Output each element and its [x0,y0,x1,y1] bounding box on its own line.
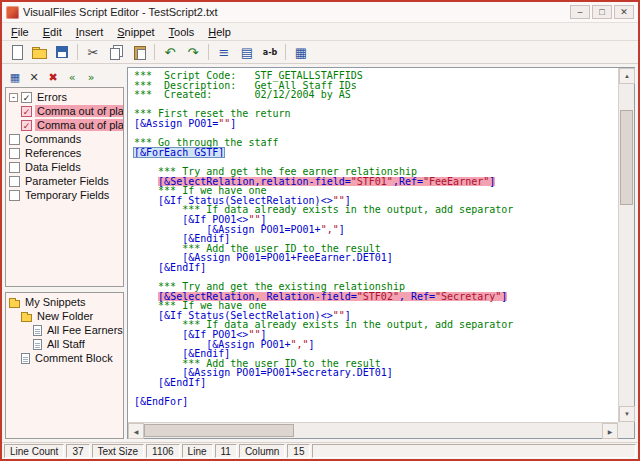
paste-button[interactable] [128,42,150,62]
cut-icon: ✂ [88,46,99,59]
options-icon: ▦ [295,46,307,59]
menu-insert[interactable]: Insert [69,24,111,40]
scroll-up-button[interactable]: ▲ [619,68,635,84]
redo-button[interactable]: ↷ [182,42,204,62]
delete-button[interactable]: ✕ [25,69,43,86]
tree-item-label: Comma out of place [35,105,123,117]
undo-icon: ↶ [165,46,176,59]
toolbar-separator [285,44,286,60]
horizontal-scrollbar[interactable]: ◀ ▶ [128,422,618,438]
expander-icon[interactable]: - [9,93,18,102]
error-toolbar: ▦✕✖«» [5,67,124,87]
uncheck-icon [9,162,20,173]
scrollbar-corner [618,422,634,438]
tree-item-comment-block[interactable]: Comment Block [6,351,123,365]
tree-item-label: Temporary Fields [23,189,111,201]
menu-edit[interactable]: Edit [36,24,69,40]
uncheck-icon [9,148,20,159]
tree-item-new-folder[interactable]: New Folder [6,309,123,323]
code-line[interactable] [134,388,618,398]
tree-item-parameter-fields[interactable]: Parameter Fields [6,174,123,188]
menu-file[interactable]: File [4,24,36,40]
tree-item-data-fields[interactable]: Data Fields [6,160,123,174]
toolbar-separator [154,44,155,60]
page-icon [33,325,42,336]
app-window: VisualFiles Script Editor - TestScript2.… [0,0,640,461]
vertical-scrollbar[interactable]: ▲ ▼ [618,68,634,422]
maximize-button[interactable]: □ [592,5,612,19]
open-icon [31,44,47,60]
save-icon [54,44,70,60]
tree-item-errors[interactable]: -✓Errors [6,90,123,104]
cut-button[interactable]: ✂ [82,42,104,62]
uncheck-icon [9,190,20,201]
find-replace-button[interactable]: a-b [259,42,281,62]
save-button[interactable] [51,42,73,62]
tree-item-temporary-fields[interactable]: Temporary Fields [6,188,123,202]
scroll-right-button[interactable]: ▶ [602,423,618,439]
tree-item-comma-out-of-place[interactable]: ✓Comma out of place [6,118,123,132]
open-button[interactable] [28,42,50,62]
minimize-button[interactable]: – [570,5,590,19]
paste-icon [131,44,147,60]
code-line[interactable]: [&Assign PO01=""] [134,119,618,129]
new-script-button[interactable] [5,42,27,62]
options-button[interactable]: ▦ [290,42,312,62]
snippets-panel: My SnippetsNew FolderAll Fee EarnersAll … [5,292,124,439]
undo-button[interactable]: ↶ [159,42,181,62]
check-script-icon: ▦ [10,72,20,83]
menu-tools[interactable]: Tools [162,24,202,40]
code-line[interactable]: [&Assign PO01=PO01+FeeEarner.DET01] [134,253,618,263]
menu-snippet[interactable]: Snippet [110,24,161,40]
titlebar[interactable]: VisualFiles Script Editor - TestScript2.… [2,2,638,22]
tree-item-all-staff[interactable]: All Staff [6,337,123,351]
code-line[interactable]: [&EndFor] [134,397,618,407]
uncheck-icon [9,176,20,187]
snippets-tree: My SnippetsNew FolderAll Fee EarnersAll … [6,293,123,367]
menubar: FileEditInsertSnippetToolsHelp [2,22,638,40]
tree-item-all-fee-earners[interactable]: All Fee Earners [6,323,123,337]
code-line[interactable]: [&EndIf] [134,378,618,388]
code-line[interactable]: [&EndIf] [134,263,618,273]
copy-button[interactable] [105,42,127,62]
tree-item-label: New Folder [35,310,95,322]
error-tree: -✓Errors✓Comma out of place✓Comma out of… [6,88,123,204]
scroll-down-button[interactable]: ▼ [619,406,635,422]
check-script-button[interactable]: ≡ [213,42,235,62]
check-script-button[interactable]: ▦ [6,69,24,86]
status-filler [312,444,636,458]
delete-all-button[interactable]: ✖ [44,69,62,86]
snippet-list-button[interactable]: ▤ [236,42,258,62]
app-icon [6,6,19,19]
tree-item-label: All Staff [45,338,87,350]
code-line[interactable]: [&ForEach GSTF] [134,148,618,158]
vertical-scroll-track[interactable] [619,84,634,406]
previous-error-button[interactable]: « [63,69,81,86]
tree-item-references[interactable]: References [6,146,123,160]
menu-help[interactable]: Help [201,24,238,40]
horizontal-scroll-track[interactable] [144,423,602,438]
window-controls: – □ ✕ [570,5,634,19]
status-column-value: 15 [287,444,310,458]
tree-item-my-snippets[interactable]: My Snippets [6,295,123,309]
toolbar: ✂↶↷≡▤a-b▦ [2,40,638,64]
code-line[interactable]: *** Created: 02/12/2004 by AS [134,90,618,100]
vertical-scroll-thumb[interactable] [620,110,633,205]
close-button[interactable]: ✕ [614,5,634,19]
tree-item-label: Commands [23,133,83,145]
editor: *** Script Code: STF_GETALLSTAFFIDS*** D… [127,67,635,439]
horizontal-scroll-thumb[interactable] [144,424,294,437]
tree-item-commands[interactable]: Commands [6,132,123,146]
redo-icon: ↷ [188,46,199,59]
next-error-button[interactable]: » [82,69,100,86]
previous-error-icon: « [69,72,76,83]
left-column: ▦✕✖«» -✓Errors✓Comma out of place✓Comma … [5,67,124,439]
tree-item-comma-out-of-place[interactable]: ✓Comma out of place [6,104,123,118]
snippet-list-icon: ▤ [241,46,253,59]
scroll-left-button[interactable]: ◀ [128,423,144,439]
check-script-icon: ≡ [219,46,230,59]
code-scroll[interactable]: *** Script Code: STF_GETALLSTAFFIDS*** D… [128,68,618,422]
tree-item-label: My Snippets [23,296,88,308]
code-line[interactable]: [&Assign PO01=PO01+Secretary.DET01] [134,368,618,378]
error-tree-panel: -✓Errors✓Comma out of place✓Comma out of… [5,87,124,287]
